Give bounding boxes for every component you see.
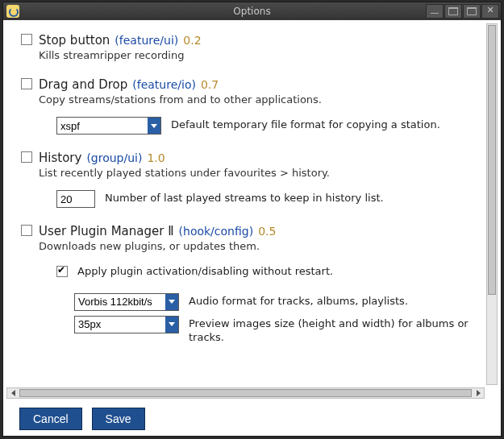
dnd-format-label: Default temporary file format for copyin… [171, 117, 480, 132]
horizontal-scroll-thumb[interactable] [19, 389, 472, 397]
restore-button[interactable] [444, 4, 462, 19]
upm-norestart-checkbox[interactable] [56, 266, 68, 277]
option-history: History (group/ui) 1.0 List recently pla… [21, 151, 480, 208]
dnd-format-combo[interactable] [56, 117, 161, 135]
close-button[interactable]: ✕ [481, 4, 499, 19]
dnd-version: 0.7 [201, 78, 219, 91]
upm-preview-size-input[interactable] [75, 317, 165, 333]
client-area: Stop button (feature/ui) 0.2 Kills strea… [3, 20, 501, 436]
stop-checkbox[interactable] [21, 34, 32, 45]
upm-preview-size-combo[interactable] [74, 316, 179, 333]
stop-desc: Kills streamripper recording [39, 49, 480, 61]
upm-norestart-label: Apply plugin activation/disabling withou… [77, 265, 480, 279]
upm-checkbox[interactable] [21, 225, 32, 236]
scroll-right-arrow-icon[interactable] [473, 388, 484, 398]
dnd-checkbox[interactable] [21, 78, 32, 89]
upm-kind: (hook/config) [179, 225, 254, 238]
horizontal-scrollbar[interactable] [6, 387, 485, 399]
save-button[interactable]: Save [92, 408, 145, 430]
upm-version: 0.5 [258, 225, 276, 238]
history-title: History [39, 151, 81, 165]
upm-title: User Plugin Manager Ⅱ [39, 224, 174, 238]
history-count-input[interactable] [56, 190, 95, 208]
scroll-left-arrow-icon[interactable] [7, 388, 19, 398]
history-kind: (group/ui) [86, 151, 142, 164]
vertical-scrollbar[interactable] [486, 23, 498, 385]
dnd-title: Drag and Drop [39, 77, 127, 92]
dialog-footer: Cancel Save [3, 401, 501, 436]
window-buttons: ✕ [425, 4, 499, 19]
history-version: 1.0 [147, 151, 165, 164]
stop-title: Stop button [39, 33, 110, 48]
option-stop-button: Stop button (feature/ui) 0.2 Kills strea… [21, 33, 480, 61]
cancel-button[interactable]: Cancel [19, 408, 82, 430]
app-icon [6, 5, 19, 18]
upm-audio-format-combo[interactable] [74, 293, 179, 311]
minimize-button[interactable] [426, 4, 444, 19]
dnd-format-input[interactable] [57, 118, 148, 134]
maximize-button[interactable] [463, 4, 481, 19]
option-user-plugin-manager: User Plugin Manager Ⅱ (hook/config) 0.5 … [21, 224, 480, 345]
options-window: ________ Options ✕ Stop button (feature/… [2, 2, 502, 437]
history-checkbox[interactable] [21, 151, 32, 163]
titlebar[interactable]: Options ✕ [3, 2, 501, 21]
chevron-down-icon[interactable] [148, 118, 160, 134]
history-desc: List recently played stations under favo… [39, 167, 480, 179]
vertical-scroll-thumb[interactable] [488, 25, 496, 295]
dnd-desc: Copy streams/stations from and to other … [39, 93, 480, 106]
option-drag-and-drop: Drag and Drop (feature/io) 0.7 Copy stre… [21, 77, 480, 135]
upm-preview-size-label: Preview images size (height and width) f… [189, 316, 480, 345]
upm-audio-format-input[interactable] [75, 294, 165, 310]
upm-desc: Downloads new plugins, or updates them. [39, 240, 480, 252]
scroll-area: Stop button (feature/ui) 0.2 Kills strea… [3, 20, 501, 401]
history-count-label: Number of last played streams to keep in… [105, 190, 480, 205]
options-list: Stop button (feature/ui) 0.2 Kills strea… [8, 20, 483, 387]
chevron-down-icon[interactable] [165, 317, 178, 333]
dnd-kind: (feature/io) [132, 78, 196, 91]
chevron-down-icon[interactable] [165, 294, 178, 310]
upm-audio-format-label: Audio format for tracks, albums, playlis… [189, 293, 480, 309]
stop-kind: (feature/ui) [115, 34, 178, 47]
stop-version: 0.2 [183, 34, 201, 47]
